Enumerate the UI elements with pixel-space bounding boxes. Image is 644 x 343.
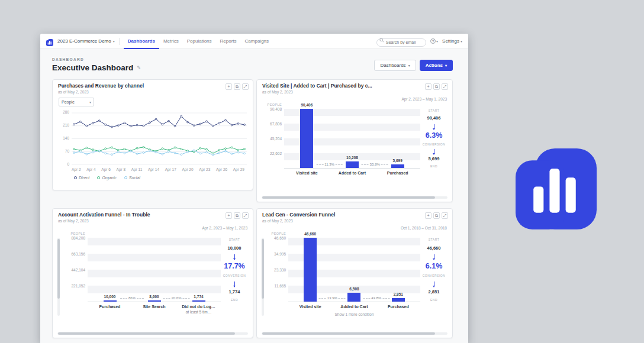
expand-icon[interactable]: ⤢	[442, 212, 448, 219]
tab-reports[interactable]: Reports	[216, 34, 241, 49]
expand-icon[interactable]: ⤢	[242, 83, 249, 90]
axis-unit-label: PEOPLE	[272, 232, 286, 235]
panel-as-of: as of May 2, 2023	[262, 90, 372, 94]
copy-icon[interactable]: ⧉	[234, 83, 240, 90]
step-labels-row: PurchasedSite SearchDid not do Log…at le…	[88, 302, 221, 315]
step-labels-row: Visited siteAdded to CartPurchased	[288, 302, 420, 310]
tab-metrics[interactable]: Metrics	[159, 34, 183, 49]
y-tick: 140	[56, 136, 69, 140]
show-more-conditions-link[interactable]: Show 1 more condition	[288, 310, 420, 316]
funnel-step-column: 10,208	[330, 109, 375, 168]
panel-title: Lead Gen - Conversion Funnel	[262, 212, 335, 218]
metric-selector[interactable]: People ▾	[59, 98, 94, 106]
help-menu[interactable]: ? ▾	[430, 38, 438, 44]
funnel-bar[interactable]	[148, 300, 161, 302]
horizontal-scrollbar[interactable]	[262, 332, 447, 335]
bar-value-label: 6,508	[332, 287, 376, 291]
funnel-step-column: 1,774	[176, 238, 221, 302]
conversion-label: CONVERSION	[420, 143, 447, 146]
dashboards-button[interactable]: Dashboards ▾	[374, 60, 416, 71]
bar-value-label: 46,660	[288, 232, 332, 236]
horizontal-scrollbar[interactable]	[57, 332, 248, 335]
funnel-step-column: 8,600	[132, 238, 176, 302]
plus-icon[interactable]: +	[226, 83, 232, 90]
plus-icon[interactable]: +	[425, 212, 432, 219]
funnel-plot: 90,40610,2085,69911.3%55.8%	[284, 109, 420, 168]
funnel-step-column: 90,406	[284, 109, 330, 168]
funnel-bar[interactable]	[347, 293, 360, 302]
funnel-bar[interactable]	[304, 238, 317, 302]
legend-item[interactable]: Organic	[97, 176, 117, 180]
funnel-bar[interactable]	[300, 109, 313, 168]
x-tick: Apr 23	[199, 167, 210, 172]
scrollbar-thumb[interactable]	[262, 196, 435, 199]
tab-dashboards[interactable]: Dashboards	[124, 34, 159, 49]
axis-tick: 663,156	[72, 252, 86, 256]
axis-tick: 45,204	[270, 137, 282, 141]
step-conversion-label: 20.6%	[163, 296, 189, 300]
axis-unit-label: PEOPLE	[268, 103, 282, 106]
funnel-bar[interactable]	[391, 164, 404, 168]
legend-item[interactable]: Direct	[74, 176, 89, 180]
axis-tick: 22,602	[270, 151, 282, 156]
expand-icon[interactable]: ⤢	[242, 212, 249, 219]
tab-campaigns[interactable]: Campaigns	[241, 34, 273, 49]
step-label: Purchased	[376, 302, 420, 310]
help-icon: ?	[430, 38, 436, 44]
app-logo-icon[interactable]	[46, 38, 53, 45]
tab-populations[interactable]: Populations	[183, 34, 216, 49]
conversion-rate: 6.1%	[420, 262, 447, 270]
x-tick: Apr 14	[148, 167, 159, 172]
funnel-bar[interactable]	[346, 161, 359, 168]
funnel-step-column: 5,699	[375, 109, 420, 168]
date-range: Apr 2, 2023 – May 1, 2023	[53, 225, 253, 230]
start-label: START	[420, 109, 447, 112]
funnel-bar[interactable]	[392, 298, 405, 302]
plus-icon[interactable]: +	[425, 83, 432, 90]
scrollbar-thumb[interactable]	[57, 239, 60, 298]
amplitude-logo	[516, 148, 597, 229]
step-conversion-label: 43.8%	[363, 296, 389, 300]
conversion-summary: START 90,406 6.3% CONVERSION 5,699 END	[420, 109, 447, 168]
app-window: 2023 E-Commerce Demo ▾ Dashboards Metric…	[40, 34, 468, 343]
axis-tick: 90,408	[270, 107, 282, 111]
settings-menu[interactable]: Settings ▾	[442, 38, 462, 44]
expand-icon[interactable]: ⤢	[442, 83, 448, 90]
legend-marker	[74, 176, 77, 179]
copy-icon[interactable]: ⧉	[234, 212, 240, 219]
step-label: Purchased	[88, 302, 132, 315]
plus-icon[interactable]: +	[226, 212, 232, 219]
actions-button[interactable]: Actions ▾	[420, 60, 453, 71]
scrollbar-thumb[interactable]	[262, 332, 435, 335]
x-tick: Apr 8	[116, 167, 125, 172]
funnel-step-column: 46,660	[288, 238, 332, 302]
bar-value-label: 10,208	[330, 156, 375, 160]
conversion-label: CONVERSION	[221, 274, 248, 277]
bar-value-label: 2,851	[376, 292, 420, 296]
copy-icon[interactable]: ⧉	[433, 83, 440, 90]
x-tick: Apr 11	[131, 167, 143, 172]
funnel-y-axis: PEOPLE 884,208663,156442,104221,052	[62, 238, 88, 302]
panel-grid: Purchases and Revenue by channel as of M…	[40, 72, 468, 338]
edit-pencil-icon[interactable]: ✎	[137, 65, 141, 70]
scrollbar-thumb[interactable]	[262, 239, 264, 298]
step-label: Added to Cart	[330, 169, 375, 176]
down-arrow-icon	[434, 124, 434, 128]
nav-tabs: Dashboards Metrics Populations Reports C…	[124, 34, 273, 49]
vertical-scrollbar[interactable]	[57, 238, 60, 316]
down-arrow-icon	[234, 281, 235, 286]
vertical-scrollbar[interactable]	[262, 238, 264, 316]
funnel-bar[interactable]	[192, 300, 205, 302]
x-tick: Apr 20	[182, 167, 193, 172]
down-arrow-icon	[434, 281, 434, 286]
panel-purchases-revenue: Purchases and Revenue by channel as of M…	[52, 79, 253, 190]
legend-item[interactable]: Social	[124, 176, 140, 180]
scrollbar-thumb[interactable]	[58, 332, 235, 335]
copy-icon[interactable]: ⧉	[433, 212, 440, 219]
step-label: Visited site	[284, 169, 330, 176]
workspace-selector[interactable]: 2023 E-Commerce Demo ▾	[57, 38, 115, 44]
funnel-bar[interactable]	[104, 300, 117, 302]
metric-selector-value: People	[62, 100, 75, 104]
horizontal-scrollbar[interactable]	[262, 196, 447, 199]
legend-marker	[97, 176, 100, 179]
